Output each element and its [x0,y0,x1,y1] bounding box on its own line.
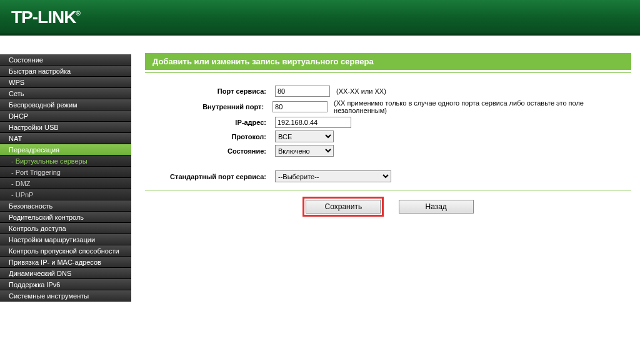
internal-port-input[interactable] [272,101,328,112]
main-content: Добавить или изменить запись виртуальног… [131,36,640,364]
nav-binding[interactable]: Привязка IP- и MAC-адресов [0,257,131,268]
state-select[interactable]: Включено [275,145,334,157]
common-port-label: Стандартный порт сервиса: [145,173,275,180]
virtual-server-form: Порт сервиса: (XX-XX или XX) Внутренний … [145,86,631,182]
ip-address-label: IP-адрес: [145,119,275,126]
service-port-input[interactable] [275,86,330,97]
common-port-select[interactable]: --Выберите-- [275,170,391,182]
nav-parental[interactable]: Родительский контроль [0,212,131,223]
nav-forwarding[interactable]: Переадресация [0,144,131,155]
nav-status[interactable]: Состояние [0,54,131,66]
nav-quick-setup[interactable]: Быстрая настройка [0,66,131,77]
nav-ipv6[interactable]: Поддержка IPv6 [0,279,131,290]
save-button[interactable]: Сохранить [306,200,381,214]
ip-address-input[interactable] [275,117,351,128]
nav-wps[interactable]: WPS [0,77,131,88]
title-divider [145,72,631,73]
nav-access[interactable]: Контроль доступа [0,223,131,234]
nav-routing[interactable]: Настройки маршрутизации [0,234,131,245]
nav-bandwidth[interactable]: Контроль пропускной способности [0,245,131,257]
nav-ddns[interactable]: Динамический DNS [0,268,131,279]
protocol-select[interactable]: ВСЕ [275,130,334,142]
service-port-hint: (XX-XX или XX) [336,87,386,95]
nav-nat[interactable]: NAT [0,133,131,144]
header: TP-LINK® [0,0,640,34]
nav-dmz[interactable]: - DMZ [0,178,131,189]
protocol-label: Протокол: [145,133,275,140]
nav-usb[interactable]: Настройки USB [0,122,131,133]
brand-logo: TP-LINK® [11,7,80,27]
nav-network[interactable]: Сеть [0,88,131,99]
nav-wireless[interactable]: Беспроводной режим [0,99,131,111]
internal-port-label: Внутренний порт: [145,103,272,111]
state-label: Состояние: [145,147,275,155]
internal-port-hint: (XX применимо только в случае одного пор… [334,99,631,114]
save-button-highlight: Сохранить [302,197,384,217]
sidebar: Состояние Быстрая настройка WPS Сеть Бес… [0,36,131,364]
back-button[interactable]: Назад [399,200,474,214]
button-row: Сохранить Назад [145,197,631,217]
nav-upnp[interactable]: - UPnP [0,189,131,200]
nav-system[interactable]: Системные инструменты [0,290,131,302]
nav-dhcp[interactable]: DHCP [0,111,131,122]
page-title: Добавить или изменить запись виртуальног… [145,53,631,70]
nav-security[interactable]: Безопасность [0,200,131,212]
nav-port-triggering[interactable]: - Port Triggering [0,167,131,178]
form-divider [145,190,631,190]
nav-virtual-servers[interactable]: - Виртуальные серверы [0,155,131,167]
service-port-label: Порт сервиса: [145,87,275,95]
